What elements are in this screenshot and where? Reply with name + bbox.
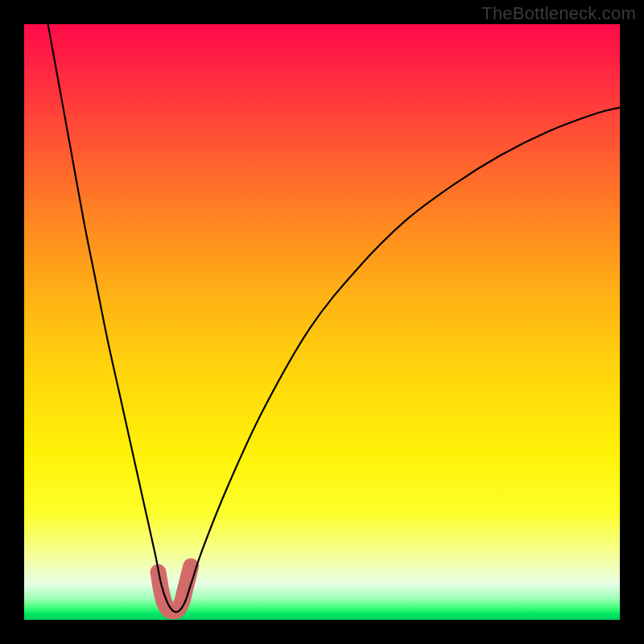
- chart-frame: TheBottleneck.com: [0, 0, 644, 644]
- bottleneck-curve: [48, 24, 620, 612]
- watermark-text: TheBottleneck.com: [481, 3, 636, 24]
- curve-layer: [24, 24, 620, 620]
- plot-area: [24, 24, 620, 620]
